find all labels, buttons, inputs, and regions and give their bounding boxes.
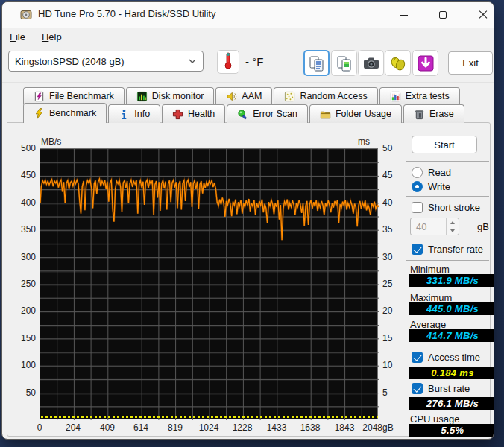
thermometer-icon [223,51,233,72]
window-title: HD Tune Pro 5.70 - Hard Disk/SSD Utility [38,8,215,19]
tab-file-benchmark[interactable]: File Benchmark [23,87,125,104]
short-stroke-size-value: 40 [411,218,446,235]
left-axis-tick: 150 [12,333,36,343]
access-time-value: 0.184 ms [409,367,494,379]
tab-label: Info [134,109,150,119]
tab-info[interactable]: Info [108,104,160,123]
tab-label: Disk monitor [152,91,204,101]
right-axis-tick: 45 [382,170,392,180]
average-label: Average [410,319,446,330]
temperature-button[interactable] [217,50,239,74]
left-axis-unit: MB/s [41,136,61,147]
menu-item-file[interactable]: File [10,31,25,42]
tab-label: Random Access [300,91,367,101]
copy-report-button[interactable] [303,50,330,76]
access-time-checkbox[interactable] [412,352,423,363]
divider [406,161,489,162]
right-axis-unit: ms [358,136,370,147]
minimize-button[interactable] [386,2,420,28]
tab-extra-tests[interactable]: Extra tests [379,87,460,104]
copy-image-button[interactable] [331,50,357,76]
file-benchmark-icon [34,91,45,102]
read-label: Read [428,167,451,178]
chevron-down-icon [188,57,197,66]
right-axis-tick: 5 [382,387,388,398]
tab-disk-monitor[interactable]: Disk monitor [126,87,214,104]
temperature-value: - °F [245,55,263,68]
menu-bar: FileHelp [2,28,494,45]
divider [406,260,489,261]
tab-label: Extra tests [406,91,450,101]
maximize-icon [439,11,447,19]
maximum-value: 445.0 MB/s [409,302,494,315]
folder-icon [320,109,331,120]
x-axis-tick: 1228 [224,422,260,433]
burst-rate-row[interactable]: Burst rate [412,383,470,394]
stepper-up-icon[interactable] [450,221,455,224]
tab-benchmark[interactable]: Benchmark [23,103,107,123]
tab-label: Folder Usage [336,109,391,119]
cpu-usage-label: CPU usage [410,413,459,425]
close-button[interactable] [466,2,494,28]
right-axis-tick: 50 [382,143,392,153]
start-button[interactable]: Start [412,136,477,153]
tab-aam[interactable]: AAM [215,87,272,104]
health-cross-icon [172,109,183,120]
right-axis-tick: 40 [382,197,392,208]
short-stroke-label: Short stroke [428,202,480,213]
app-disk-icon [20,9,32,21]
short-stroke-size-stepper[interactable]: 40 [410,218,459,235]
tab-error-scan[interactable]: Error Scan [227,104,308,123]
right-axis-tick: 35 [382,224,392,235]
write-radio[interactable] [412,181,423,192]
benchmark-tab-page: MB/s ms 50045040035030025020015010050504… [7,122,491,437]
average-value: 414.7 MB/s [409,329,494,342]
short-stroke-row[interactable]: Short stroke [412,202,480,213]
x-axis-tick: 204 [55,422,91,433]
x-axis-tick: 1638 [292,422,328,433]
hands-button[interactable] [385,50,411,76]
camera-button[interactable] [358,50,384,76]
menu-item-help[interactable]: Help [42,31,62,42]
download-button[interactable] [412,50,438,76]
cpu-usage-value: 5.5% [409,424,494,437]
stepper-down-icon[interactable] [450,229,455,232]
title-bar: HD Tune Pro 5.70 - Hard Disk/SSD Utility [2,2,494,28]
x-axis-tick: 1843 [327,422,362,433]
access-time-row[interactable]: Access time [412,352,480,363]
short-stroke-checkbox[interactable] [412,202,423,213]
minimum-value: 331.9 MB/s [409,274,494,287]
transfer-rate-label: Transfer rate [428,244,483,255]
tab-folder-usage[interactable]: Folder Usage [309,104,402,123]
stepper-arrows[interactable] [446,218,459,235]
read-radio[interactable] [412,167,423,178]
left-axis-tick: 300 [12,252,36,262]
drive-select-dropdown[interactable]: KingstonSPSD (2048 gB) [8,51,204,72]
camera-icon [362,54,380,72]
tab-health[interactable]: Health [162,104,225,123]
tab-erase[interactable]: Erase [403,104,464,123]
exit-button[interactable]: Exit [448,51,493,74]
minimize-icon [400,15,408,16]
burst-rate-value: 276.1 MB/s [409,397,494,410]
close-icon [479,10,488,19]
left-axis-tick: 100 [12,360,36,370]
random-access-icon [284,91,295,102]
copy-image-icon [336,54,353,72]
extra-tests-icon [390,91,401,102]
download-icon [417,54,435,72]
x-axis-tick: 1024 [191,422,227,433]
write-radio-row[interactable]: Write [412,181,450,192]
read-radio-row[interactable]: Read [412,167,451,178]
burst-rate-checkbox[interactable] [412,383,423,394]
benchmark-bolt-icon [34,108,45,119]
x-axis-tick: 2048gB [360,422,396,433]
right-axis-tick: 10 [382,360,392,370]
tab-random-access[interactable]: Random Access [274,87,377,104]
transfer-rate-checkbox[interactable] [412,244,423,255]
left-axis-tick: 50 [12,387,36,398]
maximize-button[interactable] [426,2,460,28]
access-time-label: Access time [428,352,480,363]
transfer-rate-row[interactable]: Transfer rate [412,244,483,255]
x-axis-tick: 614 [123,422,159,433]
